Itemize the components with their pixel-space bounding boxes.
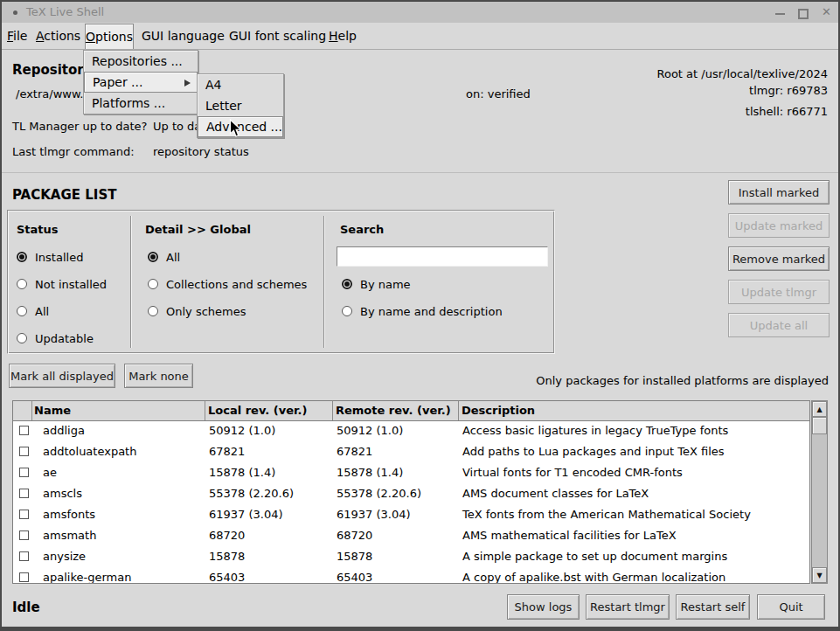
row-checkbox[interactable]	[19, 447, 29, 456]
mark-none-button[interactable]: Mark none	[124, 364, 193, 388]
update-all-button[interactable]: Update all	[728, 313, 830, 337]
radio-only-schemes[interactable]: Only schemes	[148, 305, 246, 317]
table-row[interactable]: addliga 50912 (1.0) 50912 (1.0) Access b…	[14, 420, 809, 441]
row-checkbox[interactable]	[19, 489, 29, 498]
column-header-local-rev[interactable]: Local rev. (ver.)	[208, 401, 307, 420]
pkg-name[interactable]: amsmath	[43, 525, 96, 546]
table-row[interactable]: amsmath 68720 68720 AMS mathematical fac…	[14, 525, 809, 546]
pkg-remote-rev: 67821	[337, 441, 372, 462]
radio-not-installed[interactable]: Not installed	[17, 278, 107, 290]
radio-all-status[interactable]: All	[17, 305, 49, 317]
pkg-description: Add paths to Lua packages and input TeX …	[462, 441, 725, 462]
radio-by-name-description[interactable]: By name and description	[342, 305, 503, 317]
menu-item-platforms[interactable]: Platforms ...	[84, 93, 198, 114]
radio-by-name[interactable]: By name	[342, 278, 411, 290]
menu-actions[interactable]: Actions	[36, 24, 80, 49]
radio-label: By name	[360, 278, 411, 291]
column-header-name[interactable]: Name	[34, 401, 71, 420]
radio-label: Not installed	[35, 278, 107, 291]
pkg-name[interactable]: ae	[43, 462, 57, 483]
update-marked-button[interactable]: Update marked	[728, 213, 830, 238]
menu-gui-font-scaling[interactable]: GUI font scaling	[229, 24, 326, 49]
maximize-icon[interactable]	[798, 9, 809, 19]
scrollbar-thumb[interactable]	[812, 417, 827, 434]
pkg-description: A copy of apalike.bst with German locali…	[462, 567, 725, 584]
pkg-name[interactable]: addtoluatexpath	[43, 441, 136, 462]
platforms-note: Only packages for installed platforms ar…	[536, 374, 829, 387]
pkg-local-rev: 67821	[209, 441, 245, 462]
radio-icon	[17, 252, 27, 262]
mark-all-displayed-button[interactable]: Mark all displayed	[9, 364, 115, 388]
status-label: Status	[17, 223, 59, 236]
titlebar[interactable]: TeX Live Shell ✕	[2, 2, 838, 23]
scroll-up-icon[interactable]: ▲	[812, 401, 827, 417]
pkg-description: AMS document classes for LaTeX	[462, 483, 649, 504]
row-checkbox[interactable]	[19, 551, 29, 561]
quit-button[interactable]: Quit	[757, 594, 825, 620]
table-row[interactable]: ae 15878 (1.4) 15878 (1.4) Virtual fonts…	[14, 462, 809, 483]
radio-label: By name and description	[360, 305, 503, 318]
update-tlmgr-button[interactable]: Update tlmgr	[728, 280, 830, 304]
column-header-description[interactable]: Description	[462, 401, 535, 420]
radio-installed[interactable]: Installed	[17, 251, 83, 263]
pkg-remote-rev: 68720	[337, 525, 372, 546]
pkg-remote-rev: 61937 (3.04)	[337, 504, 411, 525]
submenu-item-letter[interactable]: Letter	[198, 95, 283, 116]
pkg-name[interactable]: anysize	[43, 546, 86, 567]
radio-detail-all[interactable]: All	[148, 251, 180, 263]
row-checkbox[interactable]	[19, 468, 29, 477]
install-marked-button[interactable]: Install marked	[728, 180, 830, 205]
pkg-description: A simple package to set up document marg…	[462, 546, 727, 567]
table-row[interactable]: amsfonts 61937 (3.04) 61937 (3.04) TeX f…	[14, 504, 809, 525]
menu-item-repositories[interactable]: Repositories ...	[84, 51, 198, 72]
menu-options[interactable]: Options	[85, 24, 134, 50]
scroll-down-icon[interactable]: ▼	[812, 567, 827, 583]
pkg-name[interactable]: addliga	[43, 420, 85, 441]
panel-separator-2	[323, 216, 325, 348]
pkg-name[interactable]: amsfonts	[43, 504, 95, 525]
row-checkbox[interactable]	[19, 572, 29, 582]
window-title: TeX Live Shell	[26, 2, 104, 23]
restart-self-button[interactable]: Restart self	[676, 594, 750, 620]
show-logs-button[interactable]: Show logs	[507, 594, 580, 620]
last-command-value: repository status	[153, 145, 249, 158]
repository-verification: on: verified	[466, 87, 531, 101]
minimize-icon[interactable]	[775, 13, 785, 15]
table-header: Name Local rev. (ver.) Remote rev. (ver.…	[13, 401, 809, 421]
menu-help[interactable]: Help	[329, 24, 357, 49]
row-checkbox[interactable]	[19, 510, 29, 519]
remove-marked-button[interactable]: Remove marked	[728, 246, 830, 271]
radio-icon	[17, 333, 27, 343]
table-row[interactable]: addtoluatexpath 67821 67821 Add paths to…	[14, 441, 809, 462]
table-row[interactable]: anysize 15878 15878 A simple package to …	[14, 546, 809, 567]
table-row[interactable]: amscls 55378 (2.20.6) 55378 (2.20.6) AMS…	[14, 483, 809, 504]
radio-updatable[interactable]: Updatable	[17, 332, 94, 344]
tlmgr-revision: tlmgr: r69783	[749, 84, 828, 97]
pkg-name[interactable]: apalike-german	[43, 567, 131, 584]
submenu-arrow-icon	[184, 80, 191, 87]
search-input[interactable]	[337, 246, 548, 267]
table-scrollbar[interactable]: ▲ ▼	[811, 400, 828, 584]
pkg-description: TeX fonts from the American Mathematical…	[462, 504, 751, 525]
submenu-item-a4[interactable]: A4	[198, 74, 283, 95]
pkg-local-rev: 15878 (1.4)	[209, 462, 275, 483]
menu-file[interactable]: File	[7, 24, 27, 49]
menu-gui-language[interactable]: GUI language	[142, 24, 225, 49]
row-checkbox[interactable]	[19, 530, 29, 540]
column-header-remote-rev[interactable]: Remote rev. (ver.)	[336, 401, 451, 420]
radio-label: Installed	[35, 251, 83, 264]
close-icon[interactable]: ✕	[822, 5, 831, 18]
table-row[interactable]: apalike-german 65403 65403 A copy of apa…	[14, 567, 809, 584]
restart-tlmgr-button[interactable]: Restart tlmgr	[586, 594, 670, 620]
row-checkbox[interactable]	[19, 426, 29, 435]
pkg-name[interactable]: amscls	[43, 483, 82, 504]
menu-item-paper[interactable]: Paper ...	[84, 72, 198, 93]
window-border	[0, 0, 2, 631]
header-divider	[458, 401, 459, 420]
last-command-label: Last tlmgr command:	[12, 145, 135, 158]
section-separator	[0, 172, 840, 173]
header-divider	[332, 401, 333, 420]
options-menu: Repositories ... Paper ... Platforms ...	[83, 50, 198, 114]
radio-collections-schemes[interactable]: Collections and schemes	[148, 278, 307, 290]
radio-label: Updatable	[35, 332, 94, 345]
